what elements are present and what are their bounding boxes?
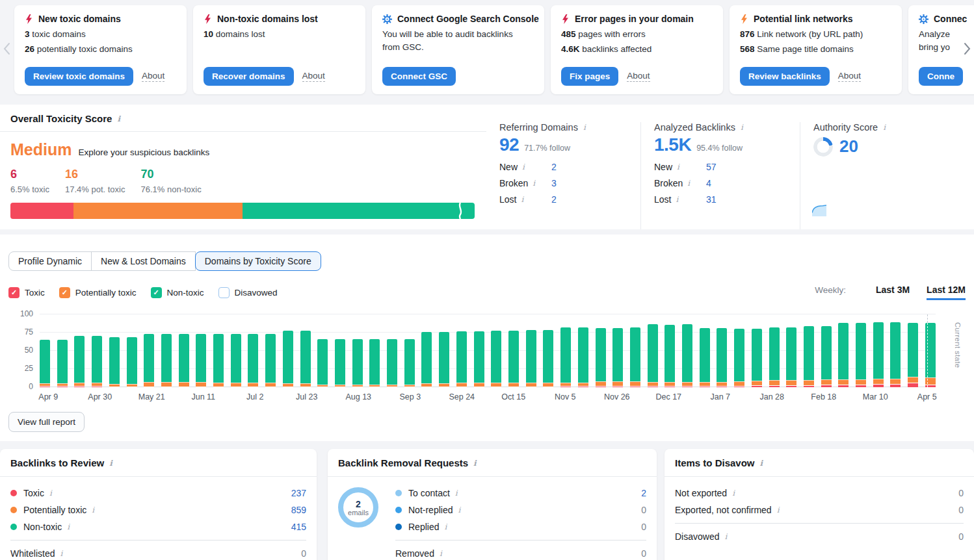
period-option-last-3m[interactable]: Last 3M — [876, 285, 910, 300]
metric-value-link[interactable]: 4 — [706, 178, 711, 188]
chart-bar[interactable] — [700, 328, 710, 387]
legend-checkbox-toxic[interactable]: ✓Toxic — [8, 287, 45, 298]
chart-bar[interactable] — [596, 328, 606, 387]
chart-bar[interactable] — [352, 339, 363, 387]
alert-card-action-button[interactable]: Review backlinks — [740, 67, 830, 86]
chart-bar[interactable] — [335, 339, 345, 387]
chart-bar[interactable] — [474, 331, 484, 387]
chart-bar[interactable] — [421, 332, 432, 387]
carousel-next-button[interactable] — [961, 40, 973, 57]
alert-card-action-button[interactable]: Recover domains — [204, 67, 294, 86]
info-icon[interactable]: i — [759, 459, 764, 467]
metric-value-link[interactable]: 57 — [706, 162, 717, 172]
row-value[interactable]: 2 — [641, 488, 646, 498]
chart-bar[interactable] — [682, 324, 692, 387]
chart-bar[interactable] — [439, 332, 449, 387]
chart-bar[interactable] — [74, 336, 85, 388]
chart-bar[interactable] — [508, 331, 519, 387]
info-icon[interactable]: i — [882, 123, 886, 131]
info-icon[interactable]: i — [520, 196, 524, 203]
chart-bar[interactable] — [734, 329, 744, 387]
info-icon[interactable]: i — [724, 533, 728, 541]
chart-bar[interactable] — [404, 339, 415, 387]
chart-bar[interactable] — [456, 331, 467, 387]
alert-card-action-button[interactable]: Conne — [919, 67, 963, 86]
legend-checkbox-potentially-toxic[interactable]: ✓Potentially toxic — [59, 287, 137, 298]
chart-bar[interactable] — [127, 337, 137, 387]
chart-bar[interactable] — [752, 329, 762, 387]
info-icon[interactable]: i — [109, 459, 113, 467]
chart-bar[interactable] — [786, 327, 796, 387]
info-icon[interactable]: i — [776, 506, 780, 514]
chart-bar[interactable] — [804, 326, 814, 387]
info-icon[interactable]: i — [49, 489, 53, 497]
chart-bar[interactable] — [179, 334, 189, 387]
chart-bar[interactable] — [144, 334, 154, 387]
period-option-last-12m[interactable]: Last 12M — [927, 285, 966, 300]
info-icon[interactable]: i — [583, 123, 586, 131]
about-link[interactable]: About — [627, 71, 650, 82]
chart-bar[interactable] — [648, 324, 658, 387]
chart-bar[interactable] — [57, 340, 68, 387]
tab-profile-dynamic[interactable]: Profile Dynamic — [8, 251, 92, 271]
chart-bar[interactable] — [543, 330, 553, 387]
metric-value-link[interactable]: 2 — [551, 162, 557, 172]
about-link[interactable]: About — [302, 71, 325, 82]
chart-bar[interactable] — [665, 325, 675, 387]
row-value[interactable]: 415 — [291, 522, 306, 532]
chart-bar[interactable] — [283, 331, 293, 387]
chart-bar[interactable] — [612, 328, 623, 387]
chart-bar[interactable] — [908, 323, 918, 387]
metric-value-link[interactable]: 3 — [551, 178, 557, 188]
alert-card-action-button[interactable]: Review toxic domains — [25, 67, 133, 86]
chart-bar[interactable] — [856, 323, 866, 387]
legend-checkbox-non-toxic[interactable]: ✓Non-toxic — [151, 287, 204, 298]
chart-bar[interactable] — [491, 331, 501, 387]
metric-value-link[interactable]: 31 — [706, 194, 717, 205]
chart-bar[interactable] — [369, 339, 380, 387]
info-icon[interactable]: i — [116, 115, 121, 123]
chart-bar[interactable] — [387, 339, 397, 387]
carousel-prev-button[interactable] — [1, 40, 12, 57]
chart-bar[interactable] — [317, 339, 328, 387]
chart-bar[interactable] — [265, 334, 276, 387]
explore-backlinks-link[interactable]: Explore your suspicious backlinks — [78, 147, 209, 157]
chart-bar[interactable] — [196, 334, 206, 387]
chart-bar[interactable] — [838, 323, 849, 387]
info-icon[interactable]: i — [59, 550, 63, 557]
info-icon[interactable]: i — [675, 196, 679, 203]
chart-bar[interactable] — [92, 336, 102, 388]
legend-checkbox-disavowed[interactable]: Disavowed — [218, 287, 278, 298]
chart-bar[interactable] — [717, 328, 727, 387]
chart-bar[interactable] — [873, 322, 884, 387]
info-icon[interactable]: i — [740, 123, 744, 131]
chart-bar[interactable] — [769, 327, 780, 387]
view-full-report-button[interactable]: View full report — [8, 412, 85, 432]
info-icon[interactable]: i — [532, 179, 536, 187]
info-icon[interactable]: i — [457, 506, 461, 514]
info-icon[interactable]: i — [521, 163, 525, 171]
chart-bar[interactable] — [213, 334, 224, 387]
about-link[interactable]: About — [838, 71, 861, 82]
chart-bar[interactable] — [248, 334, 258, 387]
about-link[interactable]: About — [142, 71, 165, 82]
chart-bar[interactable] — [40, 340, 50, 387]
tab-domains-by-toxicity-score[interactable]: Domains by Toxicity Score — [195, 251, 321, 271]
chart-bar[interactable] — [890, 322, 901, 387]
chart-bar[interactable] — [526, 330, 536, 387]
alert-card-action-button[interactable]: Fix pages — [561, 67, 618, 86]
metric-value-link[interactable]: 2 — [551, 194, 557, 205]
info-icon[interactable]: i — [454, 489, 458, 497]
chart-bar[interactable] — [578, 327, 588, 387]
info-icon[interactable]: i — [473, 459, 477, 467]
chart-bar[interactable] — [300, 331, 311, 387]
chart-bar[interactable] — [560, 327, 571, 387]
alert-card-action-button[interactable]: Connect GSC — [382, 67, 456, 86]
tab-new-lost-domains[interactable]: New & Lost Domains — [91, 251, 196, 271]
info-icon[interactable]: i — [676, 163, 680, 171]
info-icon[interactable]: i — [91, 506, 95, 514]
info-icon[interactable]: i — [439, 550, 443, 557]
info-icon[interactable]: i — [687, 179, 691, 187]
chart-bar[interactable] — [231, 334, 241, 387]
chart-bar[interactable] — [821, 326, 832, 387]
